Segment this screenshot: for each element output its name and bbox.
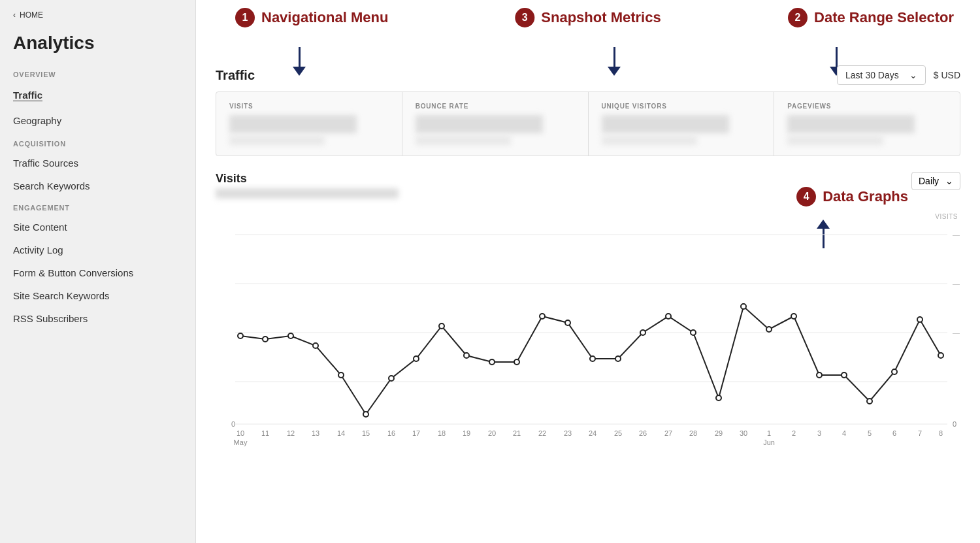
metric-unique-label: UNIQUE VISITORS xyxy=(602,103,761,110)
chart-point xyxy=(817,372,822,378)
sidebar-back-link[interactable]: ‹ HOME xyxy=(0,0,195,30)
sidebar-item-activity-log[interactable]: Activity Log xyxy=(0,239,195,261)
svg-text:12: 12 xyxy=(287,429,295,437)
chart-point xyxy=(540,314,545,319)
chart-point xyxy=(263,337,268,342)
date-range-value: Last 30 Days xyxy=(845,70,899,80)
chart-point xyxy=(666,314,671,319)
chart-point xyxy=(841,372,847,378)
svg-text:4: 4 xyxy=(842,429,846,437)
chart-point xyxy=(338,372,344,378)
annotation-snapshot: 3 Snapshot Metrics xyxy=(515,8,661,27)
svg-text:3: 3 xyxy=(817,429,821,437)
chart-point xyxy=(917,317,923,322)
annotation-label-graphs: Data Graphs xyxy=(823,188,908,205)
sidebar-item-geography-wrap: Geography xyxy=(0,108,195,133)
chart-point xyxy=(313,343,318,348)
metric-unique-visitors: UNIQUE VISITORS xyxy=(589,92,775,156)
metric-bounce-label: BOUNCE RATE xyxy=(416,103,575,110)
svg-text:29: 29 xyxy=(715,429,723,437)
frequency-selector[interactable]: Daily ⌄ xyxy=(911,172,960,190)
svg-text:21: 21 xyxy=(513,429,521,437)
metric-pageviews-change xyxy=(787,136,883,145)
main-content: 1 Navigational Menu 2 Date Range Selecto… xyxy=(196,0,980,543)
svg-text:26: 26 xyxy=(639,429,647,437)
metric-pageviews-label: PAGEVIEWS xyxy=(787,103,947,110)
svg-text:20: 20 xyxy=(488,429,496,437)
annotation-data-graphs: 4 Data Graphs xyxy=(796,187,908,206)
svg-text:23: 23 xyxy=(564,429,572,437)
svg-text:5: 5 xyxy=(868,429,872,437)
svg-text:28: 28 xyxy=(689,429,697,437)
chart-point xyxy=(938,353,943,358)
content-area: VISITS BOUNCE RATE UNIQUE VISITORS PAGEV… xyxy=(196,91,980,543)
sidebar-item-site-content[interactable]: Site Content xyxy=(0,216,195,239)
annotation-num-3: 3 xyxy=(515,8,534,27)
chart-point xyxy=(590,356,595,361)
sidebar-section-overview: OVERVIEW xyxy=(0,64,195,82)
metric-pageviews-value xyxy=(787,115,915,133)
sidebar-section-engagement: ENGAGEMENT xyxy=(0,197,195,216)
svg-text:30: 30 xyxy=(740,429,747,437)
metric-unique-change xyxy=(602,136,697,145)
chart-point xyxy=(640,330,645,335)
svg-text:25: 25 xyxy=(614,429,622,437)
annotation-nav-menu: 1 Navigational Menu xyxy=(235,8,388,27)
annotation-date-range: 2 Date Range Selector xyxy=(788,8,954,27)
chart-point xyxy=(791,314,796,319)
svg-text:8: 8 xyxy=(939,429,943,437)
svg-text:14: 14 xyxy=(337,429,345,437)
date-range-selector[interactable]: Last 30 Days ⌄ xyxy=(837,65,926,85)
svg-text:24: 24 xyxy=(589,429,596,437)
svg-text:0: 0 xyxy=(231,420,235,428)
frequency-value: Daily xyxy=(919,176,939,186)
metric-visits: VISITS xyxy=(216,92,402,156)
svg-text:10: 10 xyxy=(237,429,244,437)
chart-title: Visits xyxy=(216,172,399,186)
svg-text:19: 19 xyxy=(463,429,470,437)
metric-bounce-rate: BOUNCE RATE xyxy=(402,92,589,156)
chart-point xyxy=(514,359,519,365)
back-label: HOME xyxy=(20,10,43,20)
annotation-num-1: 1 xyxy=(235,8,255,27)
metric-bounce-change xyxy=(416,136,511,145)
svg-text:2: 2 xyxy=(792,429,796,437)
sidebar-item-search-keywords[interactable]: Search Keywords xyxy=(0,174,195,197)
sidebar-item-traffic-sources[interactable]: Traffic Sources xyxy=(0,152,195,174)
svg-text:11: 11 xyxy=(261,429,269,437)
chart-subtitle xyxy=(216,188,399,199)
metrics-row: VISITS BOUNCE RATE UNIQUE VISITORS PAGEV… xyxy=(216,91,960,156)
svg-text:15: 15 xyxy=(362,429,370,437)
sidebar-item-site-search[interactable]: Site Search Keywords xyxy=(0,284,195,307)
chart-point xyxy=(363,412,368,417)
sidebar-item-form-button[interactable]: Form & Button Conversions xyxy=(0,261,195,284)
svg-text:—: — xyxy=(953,329,960,337)
traffic-section-title: Traffic xyxy=(216,68,255,83)
chart-point xyxy=(615,356,621,361)
sidebar-section-acquisition: ACQUISITION xyxy=(0,133,195,152)
chart-title-area: Visits xyxy=(216,172,399,206)
sidebar-item-geography[interactable]: Geography xyxy=(0,109,195,132)
svg-text:—: — xyxy=(953,280,960,288)
metric-pageviews: PAGEVIEWS xyxy=(774,92,960,156)
sidebar-item-rss[interactable]: RSS Subscribers xyxy=(0,307,195,330)
svg-text:May: May xyxy=(234,438,248,446)
chart-point xyxy=(464,353,469,358)
sidebar-item-traffic[interactable]: Traffic xyxy=(0,84,195,107)
metric-visits-value xyxy=(229,115,357,133)
chart-point xyxy=(892,369,897,374)
chart-axis-label: VISITS xyxy=(216,213,960,220)
chart-point xyxy=(439,323,444,329)
sidebar-title: Analytics xyxy=(0,30,195,64)
svg-text:27: 27 xyxy=(664,429,672,437)
svg-text:1: 1 xyxy=(767,429,771,437)
chart-point xyxy=(867,399,872,404)
annotation-label-snapshot: Snapshot Metrics xyxy=(541,9,661,26)
annotation-label-nav: Navigational Menu xyxy=(261,9,388,26)
chart-point xyxy=(741,304,746,309)
sidebar: ‹ HOME Analytics OVERVIEW Traffic Geogra… xyxy=(0,0,196,543)
svg-text:7: 7 xyxy=(918,429,922,437)
annotation-num-4: 4 xyxy=(796,187,816,206)
date-controls: Last 30 Days ⌄ $ USD xyxy=(837,65,960,85)
metric-visits-label: VISITS xyxy=(229,103,389,110)
